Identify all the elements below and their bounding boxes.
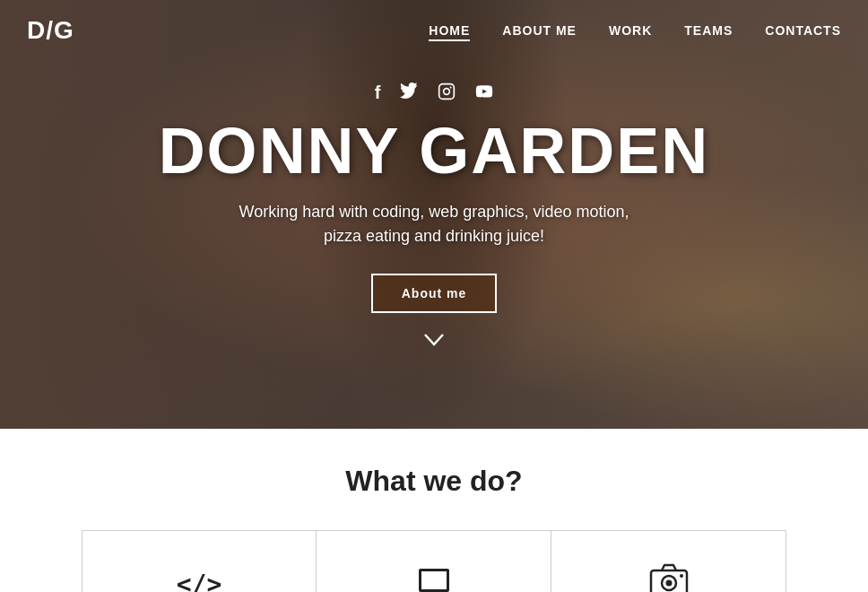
navigation: D/G HOME ABOUT ME WORK TEAMS CONTACTS [0,0,868,45]
logo[interactable]: D/G [27,16,74,45]
svg-point-1 [444,89,450,95]
nav-link-work[interactable]: WORK [609,23,652,38]
nav-links: HOME ABOUT ME WORK TEAMS CONTACTS [429,22,841,39]
hero-title: DONNY GARDEN [159,114,710,187]
service-card-code: </> [82,530,317,592]
nav-link-about[interactable]: ABOUT ME [502,23,577,38]
code-icon: </> [177,570,222,593]
twitter-icon[interactable] [400,83,418,105]
nav-item-teams[interactable]: TEAMS [684,22,733,39]
nav-item-home[interactable]: HOME [429,22,470,39]
nav-link-contacts[interactable]: CONTACTS [765,23,841,38]
about-me-button[interactable]: About me [371,274,498,313]
nav-item-contacts[interactable]: CONTACTS [765,22,841,39]
hero-section: D/G HOME ABOUT ME WORK TEAMS CONTACTS f [0,0,868,429]
nav-item-work[interactable]: WORK [609,22,652,39]
svg-rect-0 [439,84,455,100]
youtube-icon[interactable] [475,83,493,105]
svg-point-2 [450,86,452,88]
service-card-camera [551,530,786,592]
service-cards: </> [27,530,841,592]
hero-subtitle: Working hard with coding, web graphics, … [239,200,629,248]
nav-link-home[interactable]: HOME [429,23,470,41]
monitor-icon [419,569,449,593]
social-icons: f [375,83,494,105]
section-title: What we do? [27,465,841,498]
facebook-icon[interactable]: f [375,83,381,105]
service-card-monitor [317,530,551,592]
camera-icon [649,563,689,593]
nav-link-teams[interactable]: TEAMS [684,23,733,38]
what-we-do-section: What we do? </> [0,429,868,592]
nav-item-about[interactable]: ABOUT ME [502,22,577,39]
scroll-down-chevron[interactable] [423,329,445,353]
svg-point-7 [680,574,683,578]
instagram-icon[interactable] [438,83,456,105]
svg-point-6 [665,579,672,586]
